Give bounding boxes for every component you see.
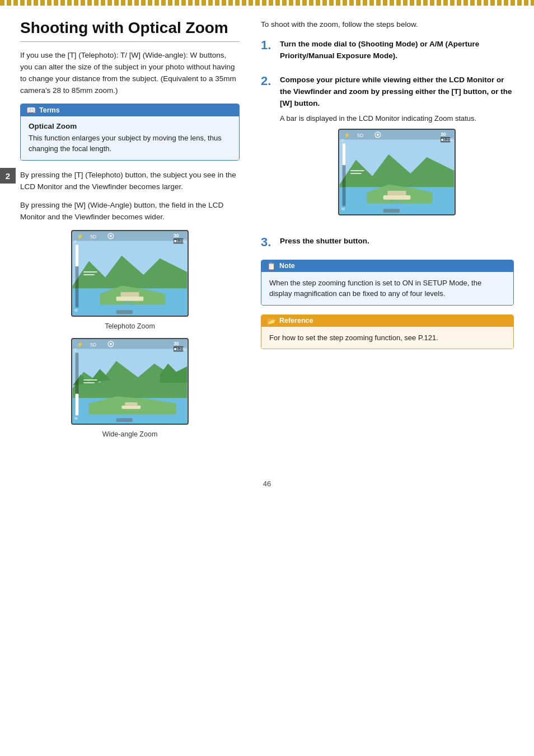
step-1-text: Turn the mode dial to (Shooting Mode) or… xyxy=(280,39,514,62)
svg-text:■1230: ■1230 xyxy=(174,238,187,243)
note-body: When the step zooming function is set to… xyxy=(261,272,513,305)
telephoto-caption: Telephoto Zoom xyxy=(105,322,155,330)
page-title: Shooting with Optical Zoom xyxy=(20,19,240,37)
svg-rect-19 xyxy=(76,245,79,266)
wide-angle-description: By pressing the [W] (Wide-Angle) button,… xyxy=(20,200,240,223)
svg-rect-4 xyxy=(116,296,144,300)
svg-point-62 xyxy=(377,133,379,135)
chapter-badge: 2 xyxy=(0,168,16,184)
svg-text:5D: 5D xyxy=(90,233,96,239)
step-3: 3. Press the shutter button. xyxy=(261,236,514,251)
svg-text:30: 30 xyxy=(441,131,446,137)
step-1-number: 1. xyxy=(261,39,274,65)
terms-header: 📖 Terms xyxy=(21,104,239,116)
wide-angle-lcd-svg: ⚡ 5D 30 ■1230 T W xyxy=(72,339,188,424)
svg-point-57 xyxy=(399,202,400,204)
right-intro-text: To shoot with the zoom, follow the steps… xyxy=(261,19,514,31)
svg-text:W: W xyxy=(74,308,78,312)
step-1-content: Turn the mode dial to (Shooting Mode) or… xyxy=(280,39,514,65)
svg-text:5D: 5D xyxy=(357,132,363,138)
svg-rect-24 xyxy=(116,310,133,314)
svg-text:30: 30 xyxy=(174,232,179,238)
step-2-number: 2. xyxy=(261,74,274,227)
step-3-text: Press the shutter button. xyxy=(280,236,514,247)
page-number: 46 xyxy=(0,480,534,494)
svg-text:⚡: ⚡ xyxy=(344,131,352,138)
note-box: 📋 Note When the step zooming function is… xyxy=(261,260,514,306)
svg-text:⚡: ⚡ xyxy=(77,232,85,240)
svg-text:⚡: ⚡ xyxy=(77,340,85,348)
telephoto-description: By pressing the [T] (Telephoto) button, … xyxy=(20,170,240,193)
reference-body: For how to set the step zooming function… xyxy=(261,327,513,349)
svg-text:30: 30 xyxy=(174,340,179,346)
terms-label: Terms xyxy=(39,106,60,114)
note-label: Note xyxy=(279,262,295,270)
svg-point-7 xyxy=(127,303,128,304)
reference-icon: 📂 xyxy=(267,317,276,325)
svg-text:T: T xyxy=(74,240,77,244)
telephoto-lcd-svg: ⚡ 5D 30 ■1230 T W xyxy=(72,231,188,316)
svg-point-8 xyxy=(129,302,131,303)
step2-lcd-wrapper: ⚡ 5D 30 ■1230 T W xyxy=(280,129,514,219)
top-decorative-border xyxy=(0,0,534,6)
reference-label: Reference xyxy=(279,317,313,325)
svg-text:T: T xyxy=(74,348,77,352)
svg-rect-67 xyxy=(343,143,346,165)
svg-rect-31 xyxy=(121,405,140,408)
right-column: To shoot with the zoom, follow the steps… xyxy=(255,19,514,446)
step-2: 2. Compose your picture while viewing ei… xyxy=(261,74,514,227)
step-1: 1. Turn the mode dial to (Shooting Mode)… xyxy=(261,39,514,65)
svg-text:T: T xyxy=(341,139,344,143)
svg-point-37 xyxy=(110,342,112,345)
svg-rect-47 xyxy=(116,418,133,422)
terms-box: 📖 Terms Optical Zoom This function enlar… xyxy=(20,104,240,161)
svg-text:■1230: ■1230 xyxy=(441,137,454,142)
reference-header: 📂 Reference xyxy=(261,315,513,327)
svg-point-56 xyxy=(396,200,398,202)
left-column: Shooting with Optical Zoom If you use th… xyxy=(20,19,255,446)
svg-text:■1230: ■1230 xyxy=(174,346,187,351)
terms-subtitle: Optical Zoom xyxy=(29,122,231,130)
svg-rect-5 xyxy=(120,292,139,297)
svg-point-55 xyxy=(394,201,395,203)
svg-text:5D: 5D xyxy=(90,341,96,347)
step-2-subtext: A bar is displayed in the LCD Monitor in… xyxy=(280,113,514,124)
step-2-content: Compose your picture while viewing eithe… xyxy=(280,74,514,227)
note-header: 📋 Note xyxy=(261,260,513,272)
svg-rect-42 xyxy=(76,393,79,415)
svg-rect-53 xyxy=(387,191,406,195)
svg-point-6 xyxy=(124,301,125,303)
terms-description: This function enlarges your subject by m… xyxy=(29,133,231,154)
svg-text:W: W xyxy=(341,207,345,211)
svg-rect-52 xyxy=(383,195,411,200)
step2-lcd: ⚡ 5D 30 ■1230 T W xyxy=(338,129,456,215)
terms-body: Optical Zoom This function enlarges your… xyxy=(21,116,239,160)
step2-lcd-svg: ⚡ 5D 30 ■1230 T W xyxy=(339,130,455,214)
svg-point-14 xyxy=(110,234,112,237)
reference-box: 📂 Reference For how to set the step zoom… xyxy=(261,314,514,350)
telephoto-lcd: ⚡ 5D 30 ■1230 T W xyxy=(71,230,189,317)
svg-text:W: W xyxy=(74,416,78,420)
step-3-number: 3. xyxy=(261,236,274,251)
svg-point-54 xyxy=(391,200,392,201)
wide-angle-image-wrapper: ⚡ 5D 30 ■1230 T W xyxy=(20,338,240,438)
note-icon: 📋 xyxy=(267,262,276,270)
terms-icon: 📖 xyxy=(26,106,36,115)
wide-angle-lcd: ⚡ 5D 30 ■1230 T W xyxy=(71,338,189,425)
svg-rect-72 xyxy=(383,209,400,213)
svg-point-9 xyxy=(132,303,133,305)
title-rule xyxy=(20,41,240,42)
wide-angle-caption: Wide-angle Zoom xyxy=(102,430,158,438)
telephoto-image-wrapper: ⚡ 5D 30 ■1230 T W xyxy=(20,230,240,330)
svg-rect-32 xyxy=(125,402,137,406)
intro-paragraph: If you use the [T] (Telephoto): T/ [W] (… xyxy=(20,50,240,97)
step-3-content: Press the shutter button. xyxy=(280,236,514,251)
step-2-text: Compose your picture while viewing eithe… xyxy=(280,74,514,110)
